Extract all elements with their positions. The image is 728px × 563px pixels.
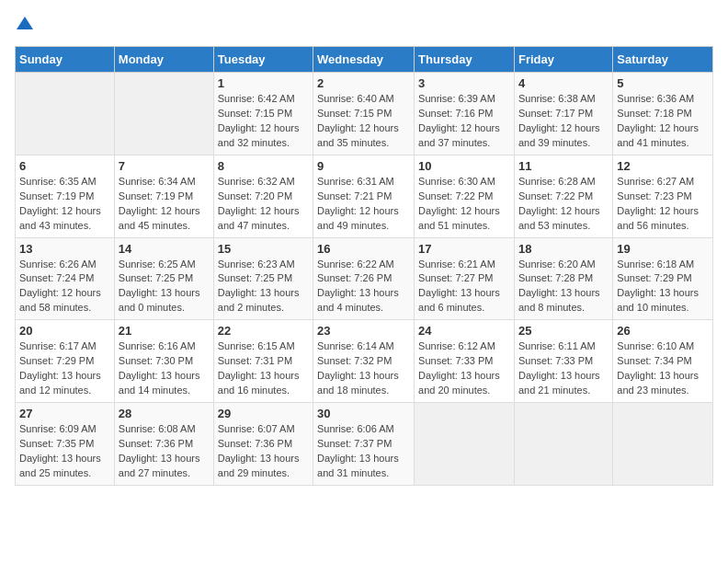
calendar-cell: 9Sunrise: 6:31 AMSunset: 7:21 PMDaylight… xyxy=(313,155,415,237)
day-number: 28 xyxy=(119,407,210,420)
calendar-cell: 25Sunrise: 6:11 AMSunset: 7:33 PMDayligh… xyxy=(514,320,612,403)
day-number: 20 xyxy=(19,324,110,338)
day-detail: Sunrise: 6:11 AM xyxy=(518,339,609,354)
day-detail: Sunrise: 6:38 AM xyxy=(518,92,609,107)
day-info: Sunrise: 6:25 AMSunset: 7:25 PMDaylight:… xyxy=(119,258,210,316)
day-detail: Sunset: 7:19 PM xyxy=(19,190,110,204)
day-number: 4 xyxy=(518,76,609,90)
day-info: Sunrise: 6:31 AMSunset: 7:21 PMDaylight:… xyxy=(317,175,410,234)
day-detail: Sunset: 7:26 PM xyxy=(317,271,410,286)
day-detail: Sunset: 7:27 PM xyxy=(418,271,510,286)
day-detail: Sunrise: 6:28 AM xyxy=(518,175,609,190)
day-detail: Sunset: 7:22 PM xyxy=(418,190,510,204)
day-info: Sunrise: 6:42 AMSunset: 7:15 PMDaylight:… xyxy=(218,92,309,151)
day-info: Sunrise: 6:27 AMSunset: 7:23 PMDaylight:… xyxy=(617,175,709,234)
calendar-cell: 20Sunrise: 6:17 AMSunset: 7:29 PMDayligh… xyxy=(16,320,115,403)
calendar-cell: 22Sunrise: 6:15 AMSunset: 7:31 PMDayligh… xyxy=(213,320,313,403)
day-info: Sunrise: 6:36 AMSunset: 7:18 PMDaylight:… xyxy=(617,92,709,151)
svg-marker-0 xyxy=(17,17,33,29)
day-detail: Sunset: 7:20 PM xyxy=(218,190,309,204)
day-number: 30 xyxy=(317,407,410,420)
day-detail: Sunrise: 6:08 AM xyxy=(119,422,210,437)
day-detail: Sunrise: 6:30 AM xyxy=(418,175,510,190)
calendar-table: SundayMondayTuesdayWednesdayThursdayFrid… xyxy=(15,46,713,486)
day-info: Sunrise: 6:09 AMSunset: 7:35 PMDaylight:… xyxy=(19,422,110,481)
day-number: 19 xyxy=(617,242,709,256)
page-header xyxy=(15,15,713,35)
day-detail: Sunrise: 6:31 AM xyxy=(317,175,410,190)
day-info: Sunrise: 6:12 AMSunset: 7:33 PMDaylight:… xyxy=(418,339,510,398)
calendar-cell: 12Sunrise: 6:27 AMSunset: 7:23 PMDayligh… xyxy=(613,155,713,237)
day-detail: Sunset: 7:19 PM xyxy=(119,190,210,204)
day-detail: Daylight: 13 hours and 6 minutes. xyxy=(418,286,510,316)
calendar-cell: 21Sunrise: 6:16 AMSunset: 7:30 PMDayligh… xyxy=(114,320,213,403)
calendar-cell: 1Sunrise: 6:42 AMSunset: 7:15 PMDaylight… xyxy=(213,73,313,155)
day-detail: Daylight: 13 hours and 21 minutes. xyxy=(518,369,609,398)
day-detail: Daylight: 13 hours and 0 minutes. xyxy=(119,286,210,316)
day-number: 16 xyxy=(317,242,410,256)
day-detail: Sunrise: 6:17 AM xyxy=(19,339,110,354)
calendar-cell: 3Sunrise: 6:39 AMSunset: 7:16 PMDaylight… xyxy=(415,73,515,155)
day-detail: Sunrise: 6:42 AM xyxy=(218,92,309,107)
calendar-cell: 29Sunrise: 6:07 AMSunset: 7:36 PMDayligh… xyxy=(213,403,313,486)
day-detail: Daylight: 12 hours and 51 minutes. xyxy=(418,204,510,234)
day-number: 12 xyxy=(617,159,709,173)
day-detail: Daylight: 13 hours and 29 minutes. xyxy=(218,452,309,481)
day-detail: Sunset: 7:28 PM xyxy=(518,271,609,286)
day-detail: Daylight: 13 hours and 10 minutes. xyxy=(617,286,709,316)
day-info: Sunrise: 6:21 AMSunset: 7:27 PMDaylight:… xyxy=(418,258,510,316)
day-detail: Sunset: 7:17 PM xyxy=(518,107,609,121)
day-detail: Sunrise: 6:23 AM xyxy=(218,258,309,272)
col-header-sunday: Sunday xyxy=(16,47,115,73)
day-number: 3 xyxy=(418,76,510,90)
day-detail: Sunrise: 6:20 AM xyxy=(518,258,609,272)
col-header-saturday: Saturday xyxy=(613,47,713,73)
calendar-cell: 8Sunrise: 6:32 AMSunset: 7:20 PMDaylight… xyxy=(213,155,313,237)
day-number: 29 xyxy=(218,407,309,420)
day-detail: Sunset: 7:29 PM xyxy=(19,354,110,369)
day-detail: Sunrise: 6:07 AM xyxy=(218,422,309,437)
col-header-friday: Friday xyxy=(514,47,612,73)
day-info: Sunrise: 6:14 AMSunset: 7:32 PMDaylight:… xyxy=(317,339,410,398)
day-number: 22 xyxy=(218,324,309,338)
day-detail: Sunset: 7:37 PM xyxy=(317,437,410,452)
day-detail: Sunset: 7:25 PM xyxy=(119,271,210,286)
day-number: 21 xyxy=(119,324,210,338)
day-detail: Daylight: 13 hours and 12 minutes. xyxy=(19,369,110,398)
day-detail: Sunset: 7:36 PM xyxy=(218,437,309,452)
day-number: 5 xyxy=(617,76,709,90)
day-number: 2 xyxy=(317,76,410,90)
day-detail: Sunrise: 6:10 AM xyxy=(617,339,709,354)
col-header-wednesday: Wednesday xyxy=(313,47,415,73)
day-info: Sunrise: 6:06 AMSunset: 7:37 PMDaylight:… xyxy=(317,422,410,481)
day-info: Sunrise: 6:15 AMSunset: 7:31 PMDaylight:… xyxy=(218,339,309,398)
day-detail: Daylight: 13 hours and 23 minutes. xyxy=(617,369,709,398)
calendar-cell: 2Sunrise: 6:40 AMSunset: 7:15 PMDaylight… xyxy=(313,73,415,155)
calendar-cell: 17Sunrise: 6:21 AMSunset: 7:27 PMDayligh… xyxy=(415,237,515,320)
day-detail: Daylight: 13 hours and 20 minutes. xyxy=(418,369,510,398)
day-info: Sunrise: 6:35 AMSunset: 7:19 PMDaylight:… xyxy=(19,175,110,234)
day-number: 1 xyxy=(218,76,309,90)
day-info: Sunrise: 6:17 AMSunset: 7:29 PMDaylight:… xyxy=(19,339,110,398)
day-detail: Sunset: 7:36 PM xyxy=(119,437,210,452)
day-detail: Sunrise: 6:39 AM xyxy=(418,92,510,107)
day-info: Sunrise: 6:26 AMSunset: 7:24 PMDaylight:… xyxy=(19,258,110,316)
day-detail: Daylight: 12 hours and 45 minutes. xyxy=(119,204,210,234)
calendar-cell: 4Sunrise: 6:38 AMSunset: 7:17 PMDaylight… xyxy=(514,73,612,155)
day-detail: Sunrise: 6:14 AM xyxy=(317,339,410,354)
day-detail: Daylight: 12 hours and 32 minutes. xyxy=(218,121,309,151)
day-detail: Sunset: 7:23 PM xyxy=(617,190,709,204)
day-info: Sunrise: 6:11 AMSunset: 7:33 PMDaylight:… xyxy=(518,339,609,398)
calendar-cell xyxy=(114,73,213,155)
day-number: 6 xyxy=(19,159,110,173)
day-info: Sunrise: 6:22 AMSunset: 7:26 PMDaylight:… xyxy=(317,258,410,316)
calendar-cell: 18Sunrise: 6:20 AMSunset: 7:28 PMDayligh… xyxy=(514,237,612,320)
day-info: Sunrise: 6:32 AMSunset: 7:20 PMDaylight:… xyxy=(218,175,309,234)
day-detail: Sunset: 7:21 PM xyxy=(317,190,410,204)
day-info: Sunrise: 6:07 AMSunset: 7:36 PMDaylight:… xyxy=(218,422,309,481)
day-info: Sunrise: 6:08 AMSunset: 7:36 PMDaylight:… xyxy=(119,422,210,481)
day-info: Sunrise: 6:30 AMSunset: 7:22 PMDaylight:… xyxy=(418,175,510,234)
calendar-cell xyxy=(613,403,713,486)
calendar-cell: 30Sunrise: 6:06 AMSunset: 7:37 PMDayligh… xyxy=(313,403,415,486)
day-detail: Sunset: 7:31 PM xyxy=(218,354,309,369)
